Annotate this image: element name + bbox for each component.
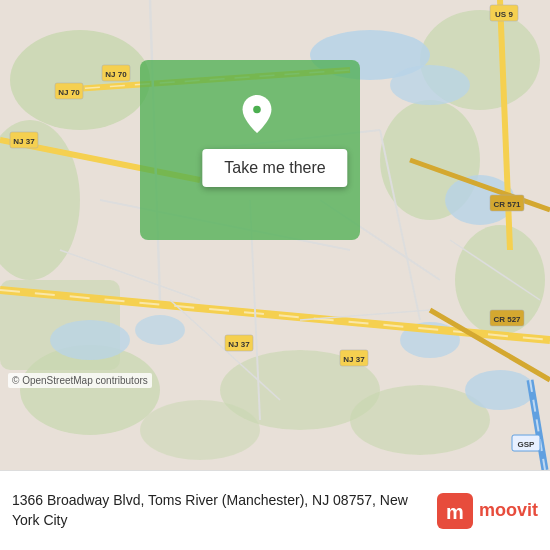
svg-text:NJ 37: NJ 37: [13, 137, 35, 146]
svg-text:US 9: US 9: [495, 10, 513, 19]
moovit-logo: m moovit: [437, 493, 538, 529]
svg-text:NJ 70: NJ 70: [58, 88, 80, 97]
address-text: 1366 Broadway Blvd, Toms River (Manchest…: [12, 492, 408, 528]
svg-text:NJ 70: NJ 70: [105, 70, 127, 79]
svg-point-14: [50, 320, 130, 360]
svg-text:NJ 37: NJ 37: [343, 355, 365, 364]
svg-point-17: [465, 370, 535, 410]
moovit-label: moovit: [479, 500, 538, 521]
svg-text:GSP: GSP: [518, 440, 536, 449]
svg-text:m: m: [446, 501, 464, 523]
svg-point-12: [390, 65, 470, 105]
svg-point-15: [135, 315, 185, 345]
svg-point-9: [140, 400, 260, 460]
map-container: NJ 70 NJ 70 NJ 37 NJ 37 NJ 37 US 9 CR 57…: [0, 0, 550, 470]
take-me-there-button[interactable]: Take me there: [202, 149, 347, 187]
moovit-icon: m: [437, 493, 473, 529]
osm-credit: © OpenStreetMap contributors: [8, 373, 152, 388]
osm-credit-text: © OpenStreetMap contributors: [12, 375, 148, 386]
svg-text:CR 527: CR 527: [493, 315, 521, 324]
info-bar: 1366 Broadway Blvd, Toms River (Manchest…: [0, 470, 550, 550]
svg-text:NJ 37: NJ 37: [228, 340, 250, 349]
svg-text:CR 571: CR 571: [493, 200, 521, 209]
location-pin: [238, 95, 276, 133]
svg-point-57: [253, 106, 261, 114]
address-container: 1366 Broadway Blvd, Toms River (Manchest…: [12, 491, 427, 530]
